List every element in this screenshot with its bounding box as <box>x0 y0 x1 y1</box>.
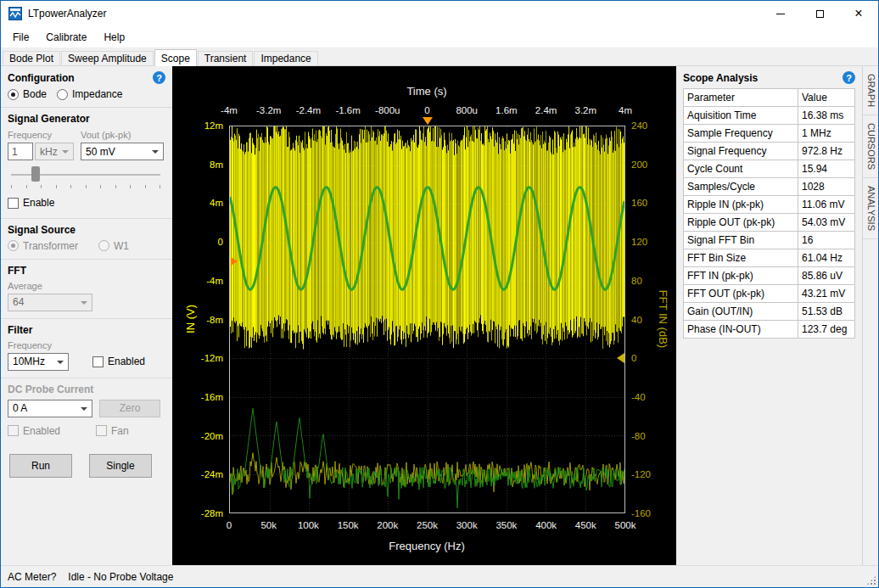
fft-average-combo[interactable]: 64 <box>8 294 92 311</box>
configuration-help-icon[interactable]: ? <box>153 71 165 84</box>
minimize-button[interactable] <box>761 1 800 26</box>
dc-probe-enabled-checkbox[interactable]: Enabled <box>8 425 96 437</box>
analysis-row-fft-out-pk-pk: FFT OUT (pk-pk)43.21 mV <box>684 285 855 303</box>
value-cell: 85.86 uV <box>798 267 855 285</box>
in-axis-tick: -24m <box>172 469 223 479</box>
time-axis-tick: 0 <box>424 105 429 115</box>
slider-thumb[interactable] <box>31 166 40 182</box>
time-axis-tick: 800u <box>456 105 478 115</box>
configuration-radio-bode[interactable]: Bode <box>8 88 47 100</box>
time-axis-tick: 1.6m <box>495 105 518 115</box>
fft-title: FFT <box>8 265 26 277</box>
enable-checkbox[interactable]: Enable <box>8 197 54 209</box>
configuration-radio-impedance[interactable]: Impedance <box>57 88 122 100</box>
tab-bode-plot[interactable]: Bode Plot <box>3 51 60 65</box>
parameter-cell: Sample Frequency <box>684 125 798 143</box>
enable-checkbox-box <box>8 198 19 209</box>
menu-item-help[interactable]: Help <box>95 27 133 48</box>
filter-frequency-value: 10MHz <box>13 356 45 367</box>
frequency-unit-combo[interactable]: kHz <box>35 143 74 160</box>
time-axis-tick: -3.2m <box>256 105 281 115</box>
analysis-row-cycle-count: Cycle Count15.94 <box>684 160 855 178</box>
fft-axis-tick: 0 <box>631 353 636 363</box>
run-controls: Run Single <box>9 454 165 478</box>
main-area: Configuration ? BodeImpedance Signal Gen… <box>1 66 878 565</box>
side-tab-analysis[interactable]: ANALYSIS <box>863 178 878 239</box>
maximize-icon <box>816 10 824 18</box>
menu-item-file[interactable]: File <box>4 27 37 48</box>
dc-probe-enabled-checkbox-box <box>8 425 19 436</box>
parameter-column-header: Parameter <box>684 89 798 107</box>
in-axis-tick: 12m <box>172 120 223 131</box>
side-tab-cursors[interactable]: CURSORS <box>863 115 878 178</box>
in-axis-tick: 0 <box>172 237 223 247</box>
single-button[interactable]: Single <box>89 454 152 478</box>
side-tab-graph[interactable]: GRAPH <box>863 66 878 115</box>
tab-scope[interactable]: Scope <box>154 49 197 66</box>
fft-zero-db-marker[interactable] <box>617 353 624 363</box>
filter-enabled-checkbox-label: Enabled <box>108 356 145 367</box>
value-cell: 15.94 <box>798 160 855 178</box>
frequency-axis-tick: 400k <box>535 520 557 530</box>
value-cell: 61.04 Hz <box>798 249 855 267</box>
analysis-row-gain-out-in: Gain (OUT/IN)51.53 dB <box>684 303 855 321</box>
in-axis-tick: -28m <box>172 508 223 518</box>
parameter-cell: Gain (OUT/IN) <box>684 303 798 321</box>
fan-checkbox[interactable]: Fan <box>96 425 129 437</box>
fft-axis-tick: 120 <box>631 237 647 247</box>
status-bar: AC Meter? Idle - No Probe Voltage <box>1 565 878 587</box>
fft-axis-tick: -120 <box>631 469 651 479</box>
parameter-cell: Cycle Count <box>684 160 798 178</box>
vout-combo[interactable]: 50 mV <box>81 143 164 160</box>
maximize-button[interactable] <box>800 1 839 26</box>
frequency-input[interactable]: 1 <box>8 143 33 160</box>
signal-source-radio-w1[interactable]: W1 <box>98 240 129 252</box>
scope-analysis-title: Scope Analysis <box>683 72 758 84</box>
signal-source-radio-transformer[interactable]: Transformer <box>8 240 78 252</box>
filter-frequency-combo[interactable]: 10MHz <box>8 353 69 371</box>
parameter-cell: Aquisition Time <box>684 107 798 125</box>
fft-group: FFT Average 64 <box>1 259 172 318</box>
dc-probe-title: DC Probe Current <box>8 384 93 395</box>
value-cell: 1028 <box>798 178 855 196</box>
close-button[interactable]: × <box>839 1 878 26</box>
parameter-cell: Samples/Cycle <box>684 178 798 196</box>
tab-transient[interactable]: Transient <box>198 51 254 65</box>
app-icon <box>8 7 22 20</box>
time-axis-tick: 2.4m <box>535 105 557 115</box>
dc-probe-current-combo[interactable]: 0 A <box>8 400 92 417</box>
fft-average-label: Average <box>8 281 165 291</box>
amplitude-slider[interactable] <box>9 165 164 191</box>
frequency-unit-value: kHz <box>40 146 58 158</box>
configuration-radio-dot-bode <box>8 89 19 100</box>
time-axis-tick: 4m <box>619 105 632 115</box>
plot-area[interactable] <box>229 126 625 513</box>
fft-axis-tick: 80 <box>631 276 642 286</box>
frequency-axis-title: Frequency (Hz) <box>389 540 465 552</box>
tab-sweep-amplitude[interactable]: Sweep Amplitude <box>61 51 154 65</box>
filter-enabled-checkbox[interactable]: Enabled <box>92 356 145 367</box>
value-cell: 51.53 dB <box>798 303 855 321</box>
frequency-axis-tick: 300k <box>456 520 478 530</box>
tab-impedance[interactable]: Impedance <box>254 51 317 65</box>
analysis-row-ripple-in-pk-pk: Ripple IN (pk-pk)11.06 mV <box>684 196 855 214</box>
vout-value: 50 mV <box>86 146 115 158</box>
frequency-axis-tick: 350k <box>495 520 517 530</box>
signal-generator-title: Signal Generator <box>8 113 90 125</box>
title-bar: LTpowerAnalyzer × <box>1 1 878 26</box>
value-cell: 123.7 deg <box>798 321 855 339</box>
fft-axis-tick: 40 <box>631 315 642 325</box>
run-button[interactable]: Run <box>9 454 72 478</box>
time-axis-tick: -1.6m <box>335 105 360 115</box>
time-zero-marker[interactable] <box>423 117 433 125</box>
level-marker[interactable] <box>231 257 238 266</box>
resize-grip[interactable] <box>866 575 876 585</box>
signal-generator-group: Signal Generator Frequency 1 kHz Vout (p… <box>1 107 172 218</box>
scope-analysis-help-icon[interactable]: ? <box>843 71 855 84</box>
side-tab-strip: GRAPHCURSORSANALYSIS <box>862 66 878 565</box>
close-icon: × <box>854 7 862 20</box>
fft-axis-tick: -40 <box>631 392 646 402</box>
zero-button[interactable]: Zero <box>99 400 160 417</box>
value-cell: 16 <box>798 232 855 249</box>
menu-item-calibrate[interactable]: Calibrate <box>37 27 95 48</box>
